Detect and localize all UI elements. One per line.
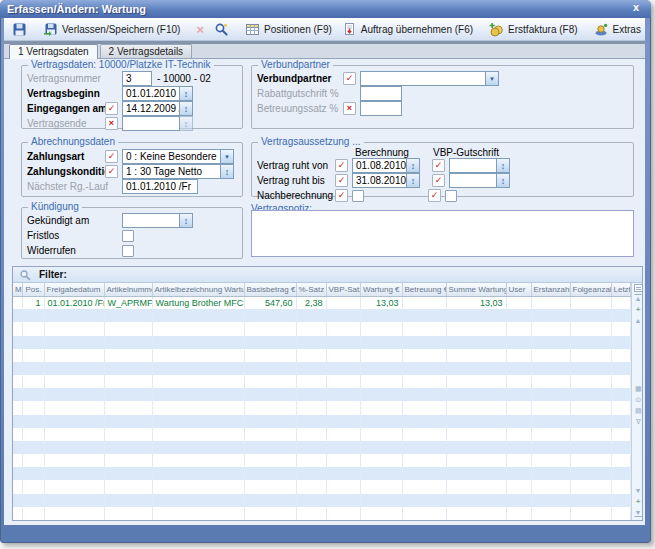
eingegangen-am-spinner[interactable]: ↕ [180,101,193,116]
table-row[interactable] [13,494,631,507]
ruht-bis-input[interactable]: 31.08.2010 /Di [352,173,407,188]
vertragsende-input[interactable] [122,116,180,131]
table-row[interactable] [13,428,631,441]
ruht-von-vbp-input[interactable] [449,158,497,173]
zahlungskondition-check-icon[interactable]: ✓ [105,165,118,178]
table-row[interactable] [13,349,631,362]
table-row[interactable] [13,336,631,349]
column-header[interactable]: Artikelnummer [104,283,152,296]
grid-filter-icon[interactable]: ∇ [636,418,640,426]
table-row[interactable] [13,441,631,454]
table-row[interactable] [13,454,631,467]
add-row-icon[interactable]: + [636,305,641,314]
ruht-bis-check-icon[interactable]: ✓ [335,174,348,187]
scroll-up-icon[interactable]: ▲ [635,317,642,324]
column-header[interactable]: Artikelbezeichnung Wartung [152,283,244,296]
positions-button[interactable]: Positionen (F9) [240,20,337,39]
table-row[interactable] [13,467,631,480]
eingegangen-am-input[interactable]: 14.12.2009 /Mo [122,101,180,116]
save-button[interactable] [7,20,32,39]
ruht-von-spinner[interactable]: ↕ [407,158,420,173]
verbundpartner-check-icon[interactable]: ✓ [343,72,356,85]
delete-button[interactable]: × [191,20,209,39]
nachberechnung-vbp-checkbox[interactable] [445,190,457,202]
close-button[interactable]: x [630,1,642,13]
column-header[interactable]: Basisbetrag € [244,283,296,296]
append-row-icon[interactable]: + [636,497,641,506]
betreuungssatz-input[interactable] [360,101,402,116]
delete-icon: × [196,23,204,36]
naechster-rglauf-input[interactable]: 01.01.2010 /Fr [122,179,198,194]
column-chooser-icon[interactable] [634,284,643,292]
column-header[interactable]: Pos. [22,283,44,296]
grid-search-icon[interactable]: ⊙ [635,396,640,404]
exit-save-button[interactable]: Verlassen/Speichern (F10) [38,20,185,39]
table-row[interactable] [13,388,631,401]
ruht-von-check-icon[interactable]: ✓ [335,159,348,172]
eingegangen-am-check-icon[interactable]: ✓ [105,102,118,115]
table-row[interactable] [13,375,631,388]
zahlungsart-select[interactable]: 0 : Keine Besondere [122,149,221,164]
vertragsnotiz-input[interactable] [251,210,634,257]
nachberechnung-berechnung-checkbox[interactable] [352,190,364,202]
widerrufen-checkbox[interactable] [122,245,134,257]
search-button[interactable] [209,20,234,39]
ruht-bis-spinner[interactable]: ↕ [407,173,420,188]
tab-vertragsdetails[interactable]: 2 Vertragsdetails [100,44,193,58]
column-header[interactable]: Folgeanzahl [570,283,611,296]
vertragsbeginn-spinner[interactable]: ↕ [180,86,193,101]
scroll-down-icon[interactable]: ▼ [635,487,642,494]
ruht-von-vbp-check-icon[interactable]: ✓ [432,159,445,172]
table-row[interactable] [13,507,631,520]
column-header[interactable]: Erstanzahl [531,283,570,296]
vertragsnummer-input[interactable]: 3 [122,71,152,86]
fristlos-checkbox[interactable] [122,230,134,242]
column-header[interactable]: Freigabedatum [44,283,104,296]
ruht-bis-vbp-input[interactable] [449,173,497,188]
column-header[interactable]: %-Satz [296,283,326,296]
table-row[interactable] [13,480,631,493]
tab-vertragsdaten[interactable]: 1 Vertragsdaten [9,44,98,59]
first-invoice-button[interactable]: Erstfaktura (F8) [484,20,582,39]
ruht-bis-vbp-check-icon[interactable]: ✓ [432,174,445,187]
betreuungssatz-clear-icon[interactable]: × [343,102,356,115]
table-row[interactable] [13,401,631,414]
column-header[interactable]: Betreuung € [402,283,446,296]
zahlungsart-check-icon[interactable]: ✓ [105,150,118,163]
grid-rows-icon[interactable]: ▤ [635,407,641,415]
column-header[interactable]: Summe Wartung € [446,283,506,296]
vertragsende-spinner[interactable]: ↕ [180,116,193,131]
scroll-last-icon[interactable]: ▼ [635,509,642,516]
column-header[interactable]: User [506,283,531,296]
ruht-von-vbp-spinner[interactable]: ↕ [497,158,510,173]
column-header[interactable]: Letzta [611,283,631,296]
verbundpartner-select[interactable] [360,71,486,86]
verbundpartner-dropdown-icon[interactable]: ▼ [486,71,499,86]
extras-button[interactable]: Extras [589,20,645,39]
gekuendigt-am-spinner[interactable]: ↕ [180,213,193,228]
grid-view-icon[interactable]: ▦ [635,385,641,393]
scroll-first-icon[interactable]: ▲ [635,295,642,302]
nachberechnung-vbp-check-icon[interactable]: ✓ [428,189,441,202]
zahlungskondition-select[interactable]: 1 : 30 Tage Netto [122,164,221,179]
column-header[interactable]: M [13,283,22,296]
rabattgutschrift-input[interactable] [360,86,402,101]
ruht-von-input[interactable]: 01.08.2010 /So [352,158,407,173]
vertragsende-clear-icon[interactable]: × [105,117,118,130]
nachberechnung-check-icon[interactable]: ✓ [335,189,348,202]
table-row[interactable] [13,309,631,322]
column-header[interactable]: Wartung € [360,283,402,296]
zahlungsart-dropdown-icon[interactable]: ▼ [221,149,234,164]
table-row[interactable] [13,362,631,375]
column-header[interactable]: VBP-Satz [326,283,360,296]
table-row[interactable]: 101.01.2010 /FrW_APRMFC000Wartung Brothe… [13,296,631,309]
ruht-bis-vbp-spinner[interactable]: ↕ [497,173,510,188]
table-row[interactable] [13,322,631,335]
filter-search-icon[interactable] [19,269,31,281]
zahlungskondition-spinner[interactable]: ↕ [221,164,234,179]
gekuendigt-am-input[interactable] [122,213,180,228]
filter-label: Filter: [39,269,67,280]
vertragsbeginn-input[interactable]: 01.01.2010 [122,86,180,101]
table-row[interactable] [13,415,631,428]
take-order-button[interactable]: Auftrag übernehmen (F6) [337,20,478,39]
